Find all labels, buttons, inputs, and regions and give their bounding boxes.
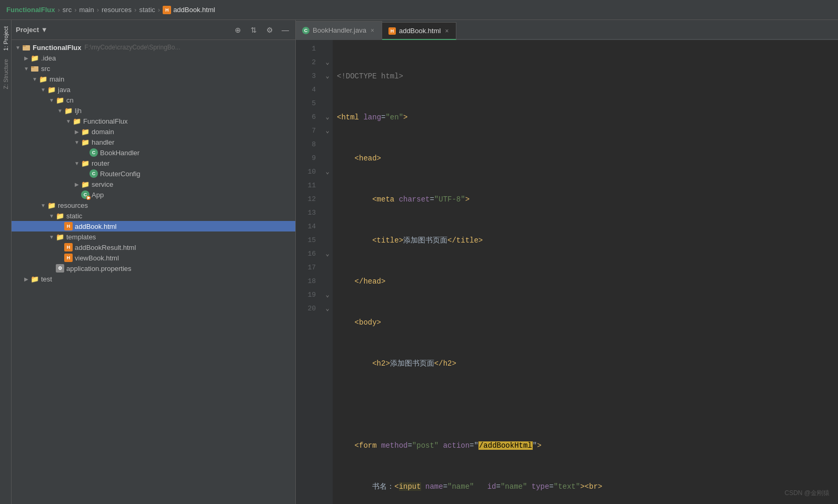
code-line-8: <h2>添加图书页面</h2> bbox=[337, 357, 838, 370]
tree-arrow bbox=[22, 66, 31, 72]
folder-icon: 📁 bbox=[64, 106, 73, 115]
svg-rect-3 bbox=[31, 66, 34, 68]
panel-title: Project ▼ bbox=[16, 26, 228, 34]
tree-item-functionalflux-root[interactable]: FunctionalFlux F:\myCode\crazyCode\Sprin… bbox=[12, 42, 295, 53]
folder-icon: 📁 bbox=[81, 138, 89, 146]
folder-icon: 📁 bbox=[81, 180, 89, 188]
settings-button[interactable]: ⚙ bbox=[264, 24, 275, 36]
collapse-button[interactable]: — bbox=[280, 24, 291, 36]
folder-icon: 📁 bbox=[73, 117, 81, 125]
tree-arrow bbox=[47, 213, 56, 219]
tree-item-bookhandler[interactable]: C BookHandler bbox=[12, 147, 295, 158]
html-tab-icon: H bbox=[388, 27, 396, 35]
tab-addbook[interactable]: H addBook.html × bbox=[382, 22, 457, 40]
tree-item-viewbook[interactable]: H viewBook.html bbox=[12, 253, 295, 263]
project-tab[interactable]: 1: Project bbox=[1, 22, 11, 55]
tree-item-label: handler bbox=[92, 138, 114, 146]
code-content[interactable]: <!DOCTYPE html> <html lang="en"> <head> … bbox=[333, 40, 838, 504]
tree-arrow bbox=[22, 55, 31, 61]
tree-item-src[interactable]: src bbox=[12, 63, 295, 74]
breadcrumb-item[interactable]: static bbox=[139, 6, 155, 14]
tab-close-button[interactable]: × bbox=[444, 27, 450, 35]
folder-icon: 📁 bbox=[31, 275, 39, 283]
tree-item-package[interactable]: 📁 FunctionalFlux bbox=[12, 116, 295, 126]
app-icon: C ▶ bbox=[81, 190, 89, 199]
tree-item-static[interactable]: 📁 static bbox=[12, 210, 295, 221]
tree-item-label: templates bbox=[66, 233, 96, 241]
class-icon: C bbox=[89, 148, 98, 157]
tree-item-label: addBook.html bbox=[75, 223, 117, 230]
tree-item-resources[interactable]: 📁 resources bbox=[12, 200, 295, 210]
code-line-6: </head> bbox=[337, 275, 838, 288]
tree-item-idea[interactable]: 📁 .idea bbox=[12, 53, 295, 63]
side-panel-tabs: 1: Project Z: Structure bbox=[0, 20, 12, 504]
tree-item-label: test bbox=[41, 275, 52, 283]
tree-item-path: F:\myCode\crazyCode\SpringBo... bbox=[84, 44, 180, 51]
tree-item-addbook-html[interactable]: H addBook.html bbox=[12, 221, 295, 231]
tree-item-addbookresult[interactable]: H addBookResult.html bbox=[12, 242, 295, 253]
tree-arrow bbox=[47, 234, 56, 240]
code-line-4: <meta charset="UTF-8"> bbox=[337, 193, 838, 206]
tree-item-test[interactable]: 📁 test bbox=[12, 274, 295, 284]
tree-item-label: App bbox=[92, 191, 104, 199]
tree-item-label: viewBook.html bbox=[75, 254, 119, 262]
editor-area: C BookHandler.java × H addBook.html × 12… bbox=[296, 20, 838, 504]
breadcrumb: FunctionalFlux › src › main › resources … bbox=[0, 0, 838, 20]
code-line-5: <title>添加图书页面</title> bbox=[337, 234, 838, 247]
tree-item-label: static bbox=[66, 212, 82, 220]
tree-arrow bbox=[56, 108, 64, 114]
code-line-7: <body> bbox=[337, 316, 838, 329]
tree-arrow bbox=[73, 160, 81, 166]
folder-icon: 📁 bbox=[56, 96, 64, 104]
tree-item-label: addBookResult.html bbox=[75, 244, 136, 251]
tab-bar: C BookHandler.java × H addBook.html × bbox=[296, 20, 838, 40]
tree-item-routerconfig[interactable]: C RouterConfig bbox=[12, 168, 295, 179]
tree-item-label: router bbox=[92, 159, 109, 167]
tree-item-app[interactable]: C ▶ App bbox=[12, 189, 295, 200]
tab-close-button[interactable]: × bbox=[370, 27, 375, 34]
folder-icon: 📁 bbox=[56, 211, 64, 220]
tree-item-label: resources bbox=[58, 201, 88, 209]
tree-item-java[interactable]: 📁 java bbox=[12, 84, 295, 95]
tree-item-props[interactable]: ⚙ application.properties bbox=[12, 263, 295, 274]
java-tab-icon: C bbox=[302, 27, 310, 34]
tree-arrow bbox=[39, 203, 47, 208]
tree-arrow bbox=[73, 139, 81, 145]
tree-item-service[interactable]: 📁 service bbox=[12, 179, 295, 189]
tree-item-templates[interactable]: 📁 templates bbox=[12, 231, 295, 242]
tree-item-domain[interactable]: 📁 domain bbox=[12, 126, 295, 137]
folder-icon: 📁 bbox=[31, 54, 39, 62]
tree-arrow bbox=[22, 276, 31, 282]
html-icon: H bbox=[64, 222, 73, 230]
tree-arrow bbox=[14, 45, 22, 51]
tree-arrow bbox=[64, 118, 73, 124]
svg-rect-1 bbox=[23, 45, 26, 47]
watermark: CSDN @金刚猿 bbox=[784, 489, 830, 498]
sort-button[interactable]: ⇅ bbox=[248, 24, 260, 36]
tree-item-cn[interactable]: 📁 cn bbox=[12, 95, 295, 105]
tree-item-label: service bbox=[92, 180, 113, 188]
tab-label: addBook.html bbox=[399, 27, 441, 35]
breadcrumb-item[interactable]: main bbox=[79, 6, 94, 14]
panel-header: Project ▼ ⊕ ⇅ ⚙ — bbox=[12, 20, 295, 40]
tree-arrow bbox=[73, 129, 81, 135]
structure-tab[interactable]: Z: Structure bbox=[1, 55, 11, 93]
tree-item-main[interactable]: 📁 main bbox=[12, 74, 295, 84]
tree-item-ljh[interactable]: 📁 ljh bbox=[12, 105, 295, 116]
class-icon: C bbox=[89, 169, 98, 178]
code-line-10: <form method="post" action="/addBookHtml… bbox=[337, 439, 838, 452]
breadcrumb-item[interactable]: FunctionalFlux bbox=[6, 6, 55, 14]
tab-bookhandler[interactable]: C BookHandler.java × bbox=[296, 21, 382, 39]
project-panel: Project ▼ ⊕ ⇅ ⚙ — FunctionalFlux F:\myCo… bbox=[12, 20, 296, 504]
breadcrumb-item[interactable]: resources bbox=[102, 6, 132, 14]
code-editor[interactable]: 12345 678910 1112131415 1617181920 ⌄ ⌄ ⌄… bbox=[296, 40, 838, 504]
tab-label: BookHandler.java bbox=[313, 26, 366, 34]
tree-item-label: cn bbox=[66, 96, 74, 104]
code-line-1: <!DOCTYPE html> bbox=[337, 69, 838, 83]
locate-button[interactable]: ⊕ bbox=[232, 24, 244, 36]
breadcrumb-item[interactable]: src bbox=[63, 6, 72, 14]
code-line-3: <head> bbox=[337, 152, 838, 165]
tree-item-router[interactable]: 📁 router bbox=[12, 158, 295, 168]
tree-item-handler[interactable]: 📁 handler bbox=[12, 137, 295, 147]
tree-arrow bbox=[39, 87, 47, 93]
